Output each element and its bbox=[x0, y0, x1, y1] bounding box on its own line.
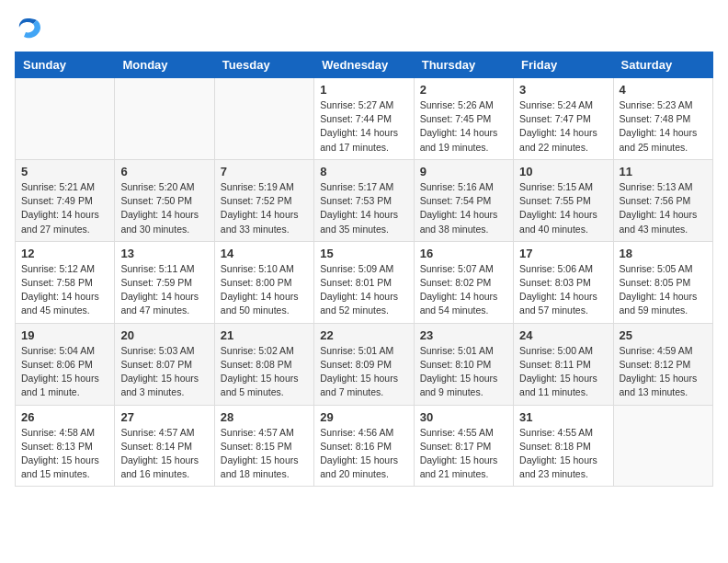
day-cell bbox=[613, 405, 712, 487]
day-info: Sunrise: 5:17 AM Sunset: 7:53 PM Dayligh… bbox=[320, 180, 407, 236]
day-number: 30 bbox=[420, 410, 507, 424]
week-row-1: 1Sunrise: 5:27 AM Sunset: 7:44 PM Daylig… bbox=[16, 78, 713, 160]
logo bbox=[15, 15, 44, 40]
day-cell: 1Sunrise: 5:27 AM Sunset: 7:44 PM Daylig… bbox=[314, 78, 414, 160]
weekday-header-sunday: Sunday bbox=[16, 52, 115, 78]
day-info: Sunrise: 5:13 AM Sunset: 7:56 PM Dayligh… bbox=[620, 180, 707, 236]
weekday-header-thursday: Thursday bbox=[414, 52, 513, 78]
day-number: 6 bbox=[120, 165, 208, 178]
day-cell: 16Sunrise: 5:07 AM Sunset: 8:02 PM Dayli… bbox=[414, 241, 513, 323]
day-number: 4 bbox=[620, 83, 707, 97]
day-cell: 24Sunrise: 5:00 AM Sunset: 8:11 PM Dayli… bbox=[514, 323, 613, 405]
day-number: 23 bbox=[420, 328, 507, 342]
page-header bbox=[15, 15, 713, 40]
day-cell: 13Sunrise: 5:11 AM Sunset: 7:59 PM Dayli… bbox=[115, 241, 214, 323]
day-cell: 12Sunrise: 5:12 AM Sunset: 7:58 PM Dayli… bbox=[16, 241, 115, 323]
day-info: Sunrise: 5:09 AM Sunset: 8:01 PM Dayligh… bbox=[320, 262, 407, 318]
day-number: 8 bbox=[320, 165, 407, 178]
day-info: Sunrise: 4:58 AM Sunset: 8:13 PM Dayligh… bbox=[21, 426, 108, 482]
day-cell: 3Sunrise: 5:24 AM Sunset: 7:47 PM Daylig… bbox=[514, 78, 613, 160]
day-number: 13 bbox=[120, 247, 208, 260]
day-number: 21 bbox=[221, 328, 308, 342]
day-number: 1 bbox=[320, 83, 407, 97]
day-number: 12 bbox=[21, 247, 108, 260]
day-info: Sunrise: 5:05 AM Sunset: 8:05 PM Dayligh… bbox=[620, 262, 707, 318]
day-info: Sunrise: 5:04 AM Sunset: 8:06 PM Dayligh… bbox=[21, 344, 108, 400]
day-cell: 29Sunrise: 4:56 AM Sunset: 8:16 PM Dayli… bbox=[314, 405, 414, 487]
day-cell: 18Sunrise: 5:05 AM Sunset: 8:05 PM Dayli… bbox=[613, 241, 712, 323]
week-row-3: 12Sunrise: 5:12 AM Sunset: 7:58 PM Dayli… bbox=[16, 241, 713, 323]
day-info: Sunrise: 4:59 AM Sunset: 8:12 PM Dayligh… bbox=[620, 344, 707, 400]
weekday-header-friday: Friday bbox=[514, 52, 613, 78]
day-cell: 30Sunrise: 4:55 AM Sunset: 8:17 PM Dayli… bbox=[414, 405, 513, 487]
day-info: Sunrise: 5:20 AM Sunset: 7:50 PM Dayligh… bbox=[120, 180, 208, 236]
day-info: Sunrise: 5:15 AM Sunset: 7:55 PM Dayligh… bbox=[519, 180, 607, 236]
weekday-header-row: SundayMondayTuesdayWednesdayThursdayFrid… bbox=[16, 52, 713, 78]
week-row-5: 26Sunrise: 4:58 AM Sunset: 8:13 PM Dayli… bbox=[16, 405, 713, 487]
day-cell: 26Sunrise: 4:58 AM Sunset: 8:13 PM Dayli… bbox=[16, 405, 115, 487]
day-info: Sunrise: 5:24 AM Sunset: 7:47 PM Dayligh… bbox=[519, 98, 607, 155]
day-info: Sunrise: 5:10 AM Sunset: 8:00 PM Dayligh… bbox=[221, 262, 308, 318]
day-cell: 27Sunrise: 4:57 AM Sunset: 8:14 PM Dayli… bbox=[115, 405, 214, 487]
weekday-header-tuesday: Tuesday bbox=[214, 52, 313, 78]
day-number: 20 bbox=[120, 328, 208, 342]
day-info: Sunrise: 5:26 AM Sunset: 7:45 PM Dayligh… bbox=[420, 98, 507, 155]
day-cell: 20Sunrise: 5:03 AM Sunset: 8:07 PM Dayli… bbox=[115, 323, 214, 405]
day-number: 22 bbox=[320, 328, 407, 342]
day-number: 28 bbox=[221, 410, 308, 424]
day-number: 3 bbox=[519, 83, 607, 97]
day-cell: 15Sunrise: 5:09 AM Sunset: 8:01 PM Dayli… bbox=[314, 241, 414, 323]
day-number: 10 bbox=[519, 165, 607, 178]
day-number: 19 bbox=[21, 328, 108, 342]
weekday-header-saturday: Saturday bbox=[613, 52, 712, 78]
day-number: 11 bbox=[620, 165, 707, 178]
day-info: Sunrise: 5:16 AM Sunset: 7:54 PM Dayligh… bbox=[420, 180, 507, 236]
day-info: Sunrise: 5:12 AM Sunset: 7:58 PM Dayligh… bbox=[21, 262, 108, 318]
day-cell bbox=[214, 78, 313, 160]
day-info: Sunrise: 5:21 AM Sunset: 7:49 PM Dayligh… bbox=[21, 180, 108, 236]
day-cell: 21Sunrise: 5:02 AM Sunset: 8:08 PM Dayli… bbox=[214, 323, 313, 405]
day-number: 5 bbox=[21, 165, 108, 178]
day-cell: 6Sunrise: 5:20 AM Sunset: 7:50 PM Daylig… bbox=[115, 159, 214, 241]
day-info: Sunrise: 5:01 AM Sunset: 8:09 PM Dayligh… bbox=[320, 344, 407, 400]
day-number: 14 bbox=[221, 247, 308, 260]
day-cell: 31Sunrise: 4:55 AM Sunset: 8:18 PM Dayli… bbox=[514, 405, 613, 487]
day-number: 25 bbox=[620, 328, 707, 342]
calendar: SundayMondayTuesdayWednesdayThursdayFrid… bbox=[15, 52, 713, 487]
day-info: Sunrise: 5:02 AM Sunset: 8:08 PM Dayligh… bbox=[221, 344, 308, 400]
day-cell: 17Sunrise: 5:06 AM Sunset: 8:03 PM Dayli… bbox=[514, 241, 613, 323]
day-cell: 4Sunrise: 5:23 AM Sunset: 7:48 PM Daylig… bbox=[613, 78, 712, 160]
day-number: 15 bbox=[320, 247, 407, 260]
day-info: Sunrise: 5:19 AM Sunset: 7:52 PM Dayligh… bbox=[221, 180, 308, 236]
day-cell: 25Sunrise: 4:59 AM Sunset: 8:12 PM Dayli… bbox=[613, 323, 712, 405]
day-cell: 28Sunrise: 4:57 AM Sunset: 8:15 PM Dayli… bbox=[214, 405, 313, 487]
day-cell bbox=[115, 78, 214, 160]
week-row-4: 19Sunrise: 5:04 AM Sunset: 8:06 PM Dayli… bbox=[16, 323, 713, 405]
day-info: Sunrise: 5:03 AM Sunset: 8:07 PM Dayligh… bbox=[120, 344, 208, 400]
day-info: Sunrise: 4:55 AM Sunset: 8:18 PM Dayligh… bbox=[519, 426, 607, 482]
day-cell: 22Sunrise: 5:01 AM Sunset: 8:09 PM Dayli… bbox=[314, 323, 414, 405]
day-cell: 8Sunrise: 5:17 AM Sunset: 7:53 PM Daylig… bbox=[314, 159, 414, 241]
day-info: Sunrise: 5:23 AM Sunset: 7:48 PM Dayligh… bbox=[620, 98, 707, 155]
day-info: Sunrise: 5:00 AM Sunset: 8:11 PM Dayligh… bbox=[519, 344, 607, 400]
weekday-header-wednesday: Wednesday bbox=[314, 52, 414, 78]
day-number: 2 bbox=[420, 83, 507, 97]
day-number: 31 bbox=[519, 410, 607, 424]
day-number: 27 bbox=[120, 410, 208, 424]
day-cell bbox=[16, 78, 115, 160]
day-cell: 7Sunrise: 5:19 AM Sunset: 7:52 PM Daylig… bbox=[214, 159, 313, 241]
day-info: Sunrise: 4:57 AM Sunset: 8:14 PM Dayligh… bbox=[120, 426, 208, 482]
day-cell: 2Sunrise: 5:26 AM Sunset: 7:45 PM Daylig… bbox=[414, 78, 513, 160]
week-row-2: 5Sunrise: 5:21 AM Sunset: 7:49 PM Daylig… bbox=[16, 159, 713, 241]
day-number: 29 bbox=[320, 410, 407, 424]
day-info: Sunrise: 4:55 AM Sunset: 8:17 PM Dayligh… bbox=[420, 426, 507, 482]
day-cell: 10Sunrise: 5:15 AM Sunset: 7:55 PM Dayli… bbox=[514, 159, 613, 241]
day-cell: 9Sunrise: 5:16 AM Sunset: 7:54 PM Daylig… bbox=[414, 159, 513, 241]
day-number: 7 bbox=[221, 165, 308, 178]
day-info: Sunrise: 5:06 AM Sunset: 8:03 PM Dayligh… bbox=[519, 262, 607, 318]
day-info: Sunrise: 4:57 AM Sunset: 8:15 PM Dayligh… bbox=[221, 426, 308, 482]
day-number: 24 bbox=[519, 328, 607, 342]
day-info: Sunrise: 5:11 AM Sunset: 7:59 PM Dayligh… bbox=[120, 262, 208, 318]
day-number: 17 bbox=[519, 247, 607, 260]
day-number: 26 bbox=[21, 410, 108, 424]
